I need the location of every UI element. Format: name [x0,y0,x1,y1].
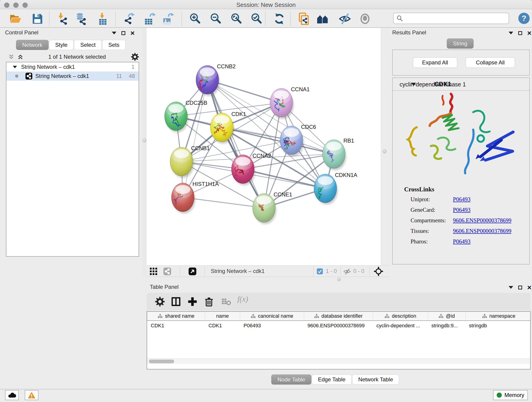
crosslink-pharos[interactable]: P06493 [453,238,470,245]
tab-sets[interactable]: Sets [102,40,126,50]
birds-eye-view-icon[interactable] [188,267,196,275]
export-image-icon[interactable] [162,13,174,25]
zoom-selected-icon[interactable] [250,13,263,25]
collection-expand-icon[interactable] [13,66,17,68]
table-cell[interactable]: P06493 [240,321,304,331]
network-row[interactable]: String Network – cdk1 11 48 [6,71,139,81]
hidden-eye-icon[interactable] [343,268,351,275]
table-horizontal-scrollbar[interactable] [147,358,530,364]
first-neighbors-icon[interactable] [317,13,329,25]
column-header-canonical-name[interactable]: canonical name [240,312,304,320]
show-columns-icon[interactable] [171,297,181,307]
table-cell[interactable]: CDK1 [147,321,205,331]
export-table-icon[interactable] [143,13,156,25]
table-options-gear-icon[interactable] [155,297,165,307]
delete-table-icon[interactable] [221,297,231,307]
memory-button[interactable]: Memory [493,390,528,400]
collapse-all-button[interactable]: Collapse All [466,57,515,68]
column-header-database-identifier[interactable]: database identifier [304,312,373,320]
tab-edge-table[interactable]: Edge Table [312,375,352,385]
selected-checkbox-icon[interactable] [317,268,323,274]
crosslink-uniprot[interactable]: P06493 [453,196,470,203]
table-cell[interactable]: stringdb [465,321,532,331]
column-header-description[interactable]: description [373,312,428,320]
zoom-out-icon[interactable] [209,13,222,25]
tab-select[interactable]: Select [74,40,102,50]
import-table-icon[interactable] [97,13,109,25]
network-collection-row[interactable]: String Network – cdk1 1 [6,62,139,71]
section-collapse-icon[interactable] [411,83,416,86]
float-panel-icon[interactable] [121,31,125,35]
network-node-CCNB2[interactable] [196,65,220,96]
warning-status-button[interactable] [25,390,38,400]
tab-string[interactable]: String [447,38,474,49]
column-header-shared-name[interactable]: shared name [147,312,205,320]
column-header-name[interactable]: name [205,312,240,320]
close-panel-icon[interactable]: × [527,285,532,290]
zoom-in-icon[interactable] [189,13,201,25]
column-header-namespace[interactable]: namespace [466,312,532,320]
tab-node-table[interactable]: Node Table [271,375,311,385]
crosslink-tissues[interactable]: 9606.ENSP00000378699 [453,228,511,234]
save-session-icon[interactable] [31,13,44,25]
right-splitter[interactable] [381,28,389,265]
export-network-icon[interactable] [122,13,135,25]
collapse-panel-icon[interactable] [509,286,513,289]
table-splitter-grip[interactable] [337,278,341,281]
collapse-all-networks-icon[interactable] [17,54,23,60]
refresh-icon[interactable] [273,13,285,25]
table-cell[interactable]: 9606.ENSP00000378699 [304,321,373,331]
fit-content-crosshair-icon[interactable] [374,267,383,276]
table-cell[interactable]: cyclin-dependent ... [373,321,428,331]
network-view-icon[interactable] [163,267,171,275]
zoom-fit-icon[interactable] [230,13,242,25]
network-node-RB1[interactable] [322,140,346,170]
crosslink-genecard[interactable]: P06493 [453,207,470,213]
open-session-icon[interactable] [9,13,22,25]
function-builder-icon[interactable]: f(x) [237,295,248,303]
network-node-CDKN1A[interactable] [314,174,338,205]
collapse-panel-icon[interactable] [509,32,513,34]
tab-network[interactable]: Network [16,40,49,50]
import-network-from-database-icon[interactable] [75,13,87,25]
scrollbar-thumb[interactable] [149,360,174,363]
grid-view-icon[interactable] [149,267,158,275]
help-icon[interactable]: ? [518,12,530,25]
tab-network-table[interactable]: Network Table [352,375,399,385]
network-node-CCNE1[interactable] [253,193,276,224]
tab-style[interactable]: Style [49,40,74,50]
show-all-icon[interactable] [359,13,371,25]
collapse-panel-icon[interactable] [112,32,116,34]
right-splitter-grip[interactable] [383,149,386,153]
network-node-CDK1[interactable] [210,113,234,144]
network-node-HIST1H1A[interactable] [171,183,195,214]
network-options-gear-icon[interactable] [131,53,139,61]
network-edge-CCNB2-CCNE1[interactable] [207,80,264,208]
float-panel-icon[interactable] [518,286,522,289]
search-input[interactable] [405,15,506,22]
close-panel-icon[interactable]: × [130,31,135,35]
table-cell[interactable]: CDK1 [205,321,240,331]
crosslink-compartments[interactable]: 9606.ENSP00000378699 [453,217,511,224]
expand-all-button[interactable]: Expand All [413,57,457,68]
network-node-CCNA1[interactable] [270,88,294,119]
left-splitter-grip[interactable] [143,138,146,142]
add-column-icon[interactable] [187,297,197,307]
close-panel-icon[interactable]: × [527,31,532,35]
table-cell[interactable]: stringdb:9... [428,321,465,331]
float-panel-icon[interactable] [518,31,522,35]
left-splitter[interactable] [143,28,147,277]
import-network-icon[interactable] [56,13,69,25]
network-node-CCNA2[interactable] [231,155,255,185]
network-canvas[interactable]: CCNB2CCNA1CDC25BCDK1CDC6RB1CCNB1CCNA2CDK… [147,28,381,265]
network-edge-CCNA2-CDKN1A[interactable] [243,169,325,188]
delete-column-icon[interactable] [204,297,214,307]
hide-selected-icon[interactable] [339,13,351,25]
column-header-id[interactable]: @id [428,312,466,320]
expand-all-networks-icon[interactable] [8,54,14,60]
network-from-clipboard-icon[interactable] [298,13,310,25]
gene-section-header[interactable]: CDK1 [393,78,529,91]
cloud-status-button[interactable] [5,390,19,400]
network-node-CCNB1[interactable] [170,147,194,178]
network-node-CDC6[interactable] [280,126,304,157]
